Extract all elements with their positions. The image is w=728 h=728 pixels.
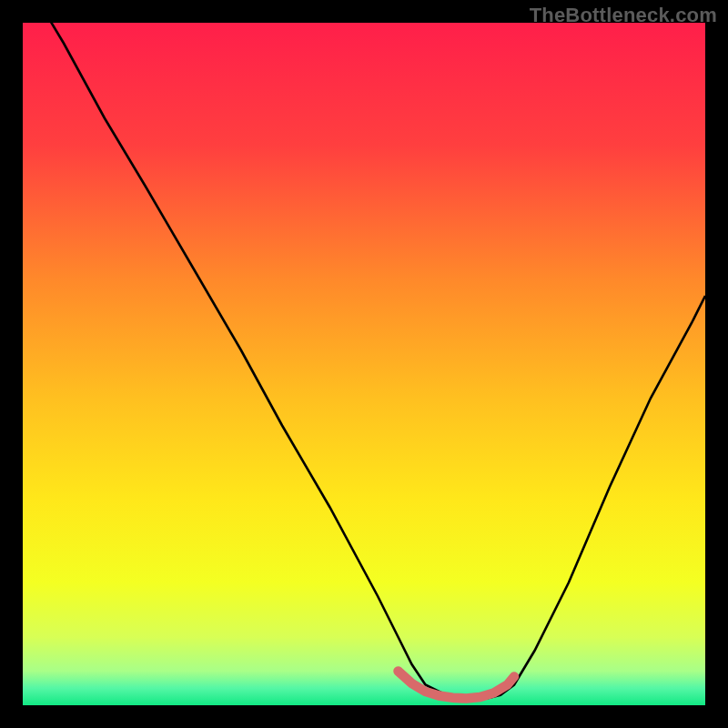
plot-area — [23, 23, 705, 705]
bottom-marker — [399, 672, 515, 699]
main-curve — [23, 23, 705, 699]
curve-layer — [23, 23, 705, 705]
